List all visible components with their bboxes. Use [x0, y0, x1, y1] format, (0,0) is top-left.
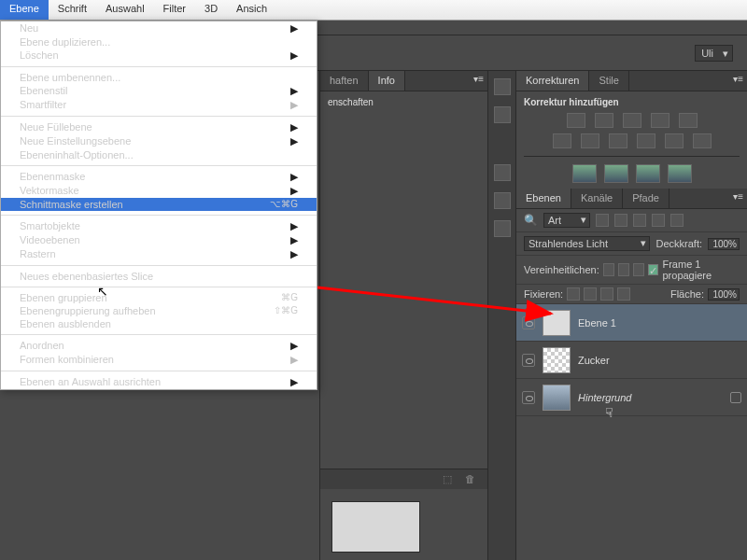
menu-ebene[interactable]: Ebene	[0, 0, 49, 20]
filter-smart-icon[interactable]	[670, 214, 684, 227]
lock-all-icon[interactable]	[600, 287, 613, 301]
menu-item[interactable]: Anordnen▶	[1, 339, 317, 353]
filter-type-icon[interactable]	[633, 214, 646, 227]
menu-item[interactable]: Vektormaske▶	[1, 184, 317, 198]
preset-icon[interactable]	[604, 164, 628, 183]
adj-exposure-icon[interactable]	[651, 113, 669, 128]
layer-thumbnail[interactable]	[543, 310, 571, 336]
tab-pfade[interactable]: Pfade	[623, 189, 669, 208]
adj-brightness-icon[interactable]	[567, 113, 585, 128]
right-panels: Korrekturen Stile ▾≡ Korrektur hinzufüge…	[515, 71, 747, 560]
preset-icon[interactable]	[668, 164, 692, 183]
lock-pixels-icon[interactable]	[567, 287, 580, 301]
blend-mode-select[interactable]: Strahlendes Licht	[524, 236, 650, 251]
layer-list: Ebene 1ZuckerHintergrund	[516, 304, 747, 416]
layer-name[interactable]: Hintergrund	[578, 392, 631, 403]
layer-row[interactable]: Zucker	[516, 342, 747, 379]
lock-position-icon[interactable]	[584, 287, 597, 301]
menu-item[interactable]: Schnittmaske erstellen⌥⌘G	[1, 198, 317, 211]
fill-label: Fläche:	[670, 288, 704, 300]
dock-icon[interactable]	[494, 192, 511, 209]
tab-info[interactable]: Info	[369, 71, 405, 91]
tab-korrekturen[interactable]: Korrekturen	[516, 71, 589, 91]
menu-auswahl[interactable]: Auswahl	[96, 0, 154, 20]
link-icon[interactable]: ⬚	[443, 473, 456, 486]
filter-icon[interactable]: 🔍	[524, 214, 538, 227]
preset-icon[interactable]	[572, 164, 597, 183]
tab-stile[interactable]: Stile	[589, 71, 628, 91]
menu-item[interactable]: Videoebenen▶	[1, 233, 317, 247]
adj-balance-icon[interactable]	[581, 133, 599, 148]
adj-curves-icon[interactable]	[623, 113, 641, 128]
layer-name[interactable]: Zucker	[578, 355, 610, 366]
workspace-bar: Uli	[317, 35, 747, 71]
menu-item[interactable]: Ebenenstil▶	[1, 84, 317, 98]
adj-photo-filter-icon[interactable]	[637, 133, 655, 148]
layer-row[interactable]: Hintergrund	[516, 379, 747, 416]
menu-item[interactable]: Ebenenmaske▶	[1, 170, 317, 184]
visibility-icon[interactable]	[522, 354, 535, 367]
tab-kanaele[interactable]: Kanäle	[571, 189, 623, 208]
visibility-icon[interactable]	[522, 316, 535, 329]
filter-pixel-icon[interactable]	[596, 214, 609, 227]
adj-hue-icon[interactable]	[553, 133, 571, 148]
unify-icon[interactable]	[633, 263, 644, 276]
trash-icon[interactable]: 🗑	[465, 473, 478, 486]
menu-item: Formen kombinieren▶	[1, 353, 317, 367]
tab-eigenschaften[interactable]: haften	[320, 71, 369, 91]
dock-icon[interactable]	[494, 78, 511, 95]
navigator-thumb	[331, 501, 420, 553]
menu-item: Ebenengruppierung aufheben⇧⌘G	[1, 304, 317, 317]
menu-item[interactable]: Neue Füllebene▶	[1, 120, 317, 134]
lock-icon	[730, 392, 741, 403]
menu-item[interactable]: Rastern▶	[1, 247, 317, 261]
layer-name[interactable]: Ebene 1	[578, 317, 616, 329]
menu-item[interactable]: Ebene duplizieren...	[1, 35, 317, 49]
adj-lookup-icon[interactable]	[693, 133, 712, 148]
panel-menu-icon[interactable]: ▾≡	[733, 74, 743, 84]
workspace-select[interactable]: Uli	[695, 45, 733, 62]
lock-icon[interactable]	[617, 287, 630, 301]
visibility-icon[interactable]	[522, 391, 535, 404]
menu-item[interactable]: Neue Einstellungsebene▶	[1, 134, 317, 148]
unify-icon[interactable]	[603, 263, 614, 276]
layer-filter-select[interactable]: Art	[543, 213, 590, 228]
panel-menu-icon[interactable]: ▾≡	[733, 191, 743, 202]
menu-item[interactable]: Ebenen an Auswahl ausrichten▶	[1, 375, 317, 389]
menu-item[interactable]: Ebene umbenennen...	[1, 71, 317, 84]
menu-schrift[interactable]: Schrift	[49, 0, 96, 20]
menubar: Ebene Schrift Auswahl Filter 3D Ansich	[0, 0, 747, 21]
fill-value[interactable]: 100%	[708, 288, 740, 301]
tab-ebenen[interactable]: Ebenen	[516, 189, 571, 208]
preset-icon[interactable]	[636, 164, 660, 183]
menu-item[interactable]: Ebenen ausblenden	[1, 317, 317, 330]
layer-thumbnail[interactable]	[543, 385, 571, 411]
dock-icon[interactable]	[494, 164, 511, 181]
dock-strip	[487, 71, 515, 560]
dock-icon[interactable]	[494, 220, 511, 237]
adj-vibrance-icon[interactable]	[679, 113, 698, 128]
opacity-value[interactable]: 100%	[708, 238, 740, 250]
opacity-label: Deckkraft:	[655, 238, 702, 249]
menu-item[interactable]: Neues ebenenbasiertes Slice	[1, 270, 317, 283]
menu-3d[interactable]: 3D	[195, 0, 227, 20]
adj-mixer-icon[interactable]	[665, 133, 684, 148]
adj-levels-icon[interactable]	[595, 113, 613, 128]
layer-row[interactable]: Ebene 1	[516, 304, 747, 342]
filter-adj-icon[interactable]	[614, 214, 627, 227]
filter-shape-icon[interactable]	[652, 214, 665, 227]
menu-item[interactable]: Neu▶	[1, 21, 317, 35]
dock-icon[interactable]	[494, 106, 511, 123]
panel-menu-icon[interactable]: ▾≡	[473, 74, 484, 84]
menu-item[interactable]: Ebenen gruppieren⌘G	[1, 291, 317, 304]
menu-item: Smartfilter▶	[1, 98, 317, 112]
menu-filter[interactable]: Filter	[154, 0, 195, 20]
menu-item[interactable]: Smartobjekte▶	[1, 219, 317, 233]
menu-item[interactable]: Löschen▶	[1, 49, 317, 63]
layer-thumbnail[interactable]	[543, 347, 571, 373]
adj-bw-icon[interactable]	[609, 133, 627, 148]
unify-icon[interactable]	[618, 263, 629, 276]
menu-ansicht[interactable]: Ansich	[227, 0, 276, 20]
menu-item: Ebeneninhalt-Optionen...	[1, 148, 317, 161]
propagate-checkbox[interactable]: ✓	[648, 264, 658, 275]
